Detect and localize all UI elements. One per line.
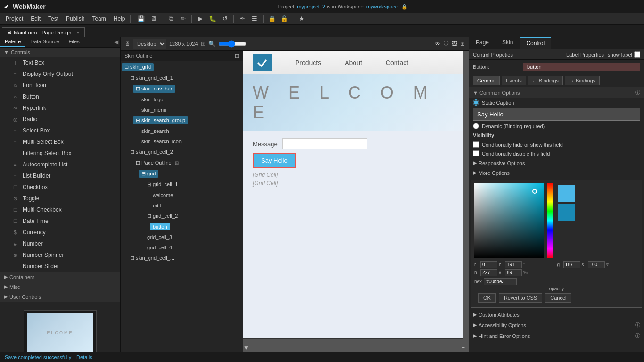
- image-icon[interactable]: 🖼: [452, 41, 457, 47]
- tree-grid-cell-4[interactable]: grid_cell_4: [121, 242, 243, 253]
- view-select[interactable]: Desktop Tablet Mobile: [133, 39, 166, 49]
- subtab-bindings-in[interactable]: ← Bindings: [528, 76, 563, 85]
- tree-skin-search-group[interactable]: ⊟ skin_search_group: [121, 115, 243, 126]
- color-hue-strip[interactable]: [547, 183, 553, 258]
- tree-skin-grid-cell-3[interactable]: ⊟ skin_grid_cell_...: [121, 253, 243, 263]
- menu-test[interactable]: Test: [44, 15, 62, 23]
- tree-skin-grid[interactable]: ⊟ skin_grid: [121, 62, 243, 73]
- tree-expand-icon[interactable]: ⊞: [235, 53, 239, 59]
- hint-error-row[interactable]: ▶ Hint and Error Options ⓘ: [469, 330, 644, 341]
- color-cancel-button[interactable]: Cancel: [545, 293, 571, 303]
- caption-input[interactable]: Say Hello: [473, 108, 640, 121]
- star-icon[interactable]: ★: [297, 14, 307, 24]
- palette-item-number[interactable]: #Number: [0, 238, 120, 249]
- tree-skin-menu[interactable]: skin_menu: [121, 105, 243, 115]
- palette-item-multiselectbox[interactable]: ≡Multi-Select Box: [0, 136, 120, 148]
- tree-skin-grid-cell-1[interactable]: ⊟ skin_grid_cell_1: [121, 73, 243, 83]
- custom-attributes-row[interactable]: ▶ Custom Attributes: [469, 310, 644, 320]
- tree-skin-logo[interactable]: skin_logo: [121, 94, 243, 105]
- tab-close-icon[interactable]: ×: [76, 30, 79, 35]
- palette-item-numberslider[interactable]: —Number Slider: [0, 261, 120, 272]
- responsive-options-row[interactable]: ▶ Responsive Options: [469, 158, 644, 168]
- palette-item-currency[interactable]: $Currency: [0, 227, 120, 238]
- palette-item-autocomplete[interactable]: ≡Autocomplete List: [0, 159, 120, 170]
- color-revert-button[interactable]: Revert to CSS: [499, 293, 542, 303]
- message-input[interactable]: [282, 138, 367, 149]
- refresh-icon[interactable]: ↺: [220, 14, 230, 24]
- more-options-row[interactable]: ▶ More Options: [469, 168, 644, 178]
- section-containers[interactable]: ▶ Containers: [0, 272, 120, 282]
- add-cell-icon[interactable]: +: [462, 345, 465, 351]
- menu-publish[interactable]: Publish: [62, 15, 88, 23]
- palette-tab-files[interactable]: Files: [64, 37, 84, 47]
- eye-icon[interactable]: 👁: [435, 41, 440, 47]
- canvas-scroll-vertical[interactable]: [463, 51, 469, 344]
- subtab-general[interactable]: General: [473, 76, 500, 85]
- nav-link-products[interactable]: Products: [295, 59, 321, 66]
- palette-item-hyperlink[interactable]: ∞Hyperlink: [0, 102, 120, 114]
- accessibility-row[interactable]: ▶ Accessibility Options ⓘ: [469, 320, 644, 330]
- grid-icon[interactable]: ⊞: [460, 41, 465, 47]
- palette-item-textbox[interactable]: TText Box: [0, 57, 120, 68]
- pencil-icon[interactable]: ✏: [178, 14, 188, 24]
- list-icon[interactable]: ☰: [249, 14, 260, 24]
- color-v-input[interactable]: 89: [505, 269, 522, 276]
- zoom-slider[interactable]: [218, 40, 247, 48]
- menu-project[interactable]: Project: [2, 15, 27, 23]
- palette-item-numberspinner[interactable]: ⊕Number Spinner: [0, 249, 120, 261]
- menu-help[interactable]: Help: [110, 15, 129, 23]
- palette-item-button[interactable]: ○Button: [0, 91, 120, 102]
- palette-tab-datasource[interactable]: Data Source: [25, 37, 64, 47]
- color-h-input[interactable]: 191: [505, 261, 522, 268]
- subtab-events[interactable]: Events: [502, 76, 526, 85]
- tree-grid-cell-1[interactable]: ⊟ grid_cell_1: [121, 179, 243, 190]
- nav-link-contact[interactable]: Contact: [386, 59, 408, 66]
- palette-tab-palette[interactable]: Palette: [0, 37, 25, 47]
- tree-button[interactable]: button: [121, 222, 243, 232]
- dynamic-radio[interactable]: [473, 123, 479, 129]
- nav-link-about[interactable]: About: [345, 59, 362, 66]
- section-misc[interactable]: ▶ Misc: [0, 282, 120, 292]
- tree-skin-search-icon[interactable]: skin_search_icon: [121, 136, 243, 147]
- tree-page-outline[interactable]: ⊟ Page Outline ⊞: [121, 157, 243, 168]
- cond-disable-checkbox[interactable]: [473, 150, 479, 156]
- canvas-scroll-horizontal[interactable]: [243, 338, 463, 344]
- color-r-input[interactable]: 0: [480, 261, 497, 268]
- section-usercontrols[interactable]: ▶ User Controls: [0, 292, 120, 302]
- show-label-checkbox[interactable]: [634, 51, 640, 58]
- color-b-input[interactable]: 227: [480, 269, 497, 276]
- palette-item-datetime[interactable]: ☐Date Time: [0, 215, 120, 227]
- tree-grid[interactable]: ⊟ grid: [121, 168, 243, 179]
- color-gradient[interactable]: [474, 183, 544, 258]
- tree-skin-grid-cell-2[interactable]: ⊟ skin_grid_cell_2: [121, 147, 243, 157]
- say-hello-button[interactable]: Say Hello: [253, 153, 296, 168]
- tree-grid-cell-3[interactable]: grid_cell_3: [121, 232, 243, 242]
- tree-skin-search[interactable]: skin_search: [121, 126, 243, 136]
- hex-input[interactable]: #00bbe3: [484, 278, 517, 285]
- color-ok-button[interactable]: OK: [478, 293, 496, 303]
- color-g-input[interactable]: 187: [563, 261, 580, 268]
- palette-item-listbuilder[interactable]: ≡List Builder: [0, 170, 120, 181]
- status-details[interactable]: Details: [76, 354, 92, 360]
- tree-edit[interactable]: edit: [121, 200, 243, 211]
- project-name[interactable]: myproject_2: [297, 4, 325, 9]
- rtab-page[interactable]: Page: [469, 37, 495, 49]
- palette-item-radio[interactable]: ◎Radio: [0, 114, 120, 125]
- color-s-input[interactable]: 100: [588, 261, 605, 268]
- static-caption-radio[interactable]: [473, 99, 479, 106]
- subtab-bindings-out[interactable]: → Bindings: [565, 76, 600, 85]
- cond-hide-checkbox[interactable]: [473, 141, 479, 148]
- tab-mainform[interactable]: ⊞ MainForm - Page Design ×: [2, 27, 85, 37]
- tree-skin-nav-bar[interactable]: ⊟ skin_nav_bar: [121, 83, 243, 94]
- menu-team[interactable]: Team: [88, 15, 109, 23]
- menu-edit[interactable]: Edit: [27, 15, 44, 23]
- palette-item-checkbox[interactable]: ☐Checkbox: [0, 181, 120, 193]
- tree-welcome[interactable]: welcome: [121, 190, 243, 200]
- palette-item-fonticon[interactable]: ☺Font Icon: [0, 80, 120, 91]
- save-icon[interactable]: 💾: [136, 14, 146, 24]
- palette-collapse-btn[interactable]: ◀: [112, 37, 120, 47]
- rtab-control[interactable]: Control: [520, 37, 551, 49]
- palette-item-display[interactable]: ≡Display Only Output: [0, 68, 120, 80]
- palette-item-filteringselectbox[interactable]: ≣Filtering Select Box: [0, 148, 120, 159]
- bottom-expand-icon[interactable]: ▼: [243, 345, 249, 351]
